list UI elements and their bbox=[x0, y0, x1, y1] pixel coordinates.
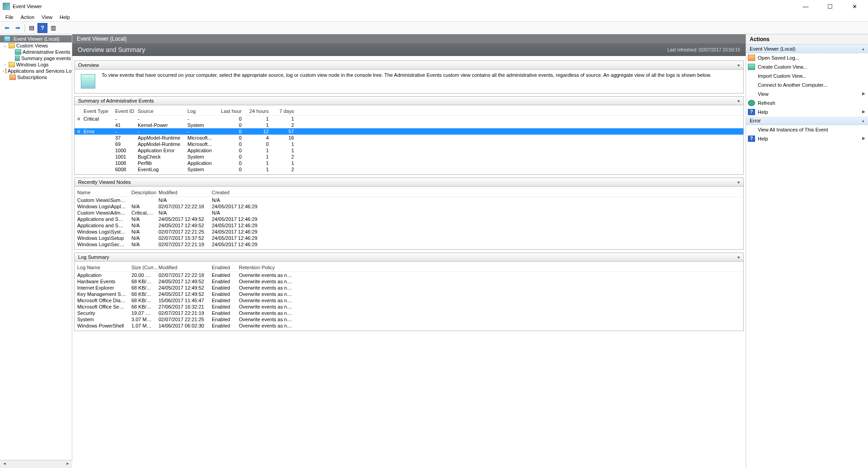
expand-toggle-icon[interactable]: › bbox=[3, 69, 4, 73]
table-row[interactable]: System 3.07 MB/2... 02/07/2017 22:21:25 … bbox=[75, 316, 743, 323]
cell-modified: 24/05/2017 12:49:52 bbox=[156, 216, 209, 222]
col-enabled[interactable]: Enabled bbox=[209, 263, 236, 272]
collapse-icon[interactable]: ▾ bbox=[737, 255, 740, 260]
tree-root[interactable]: Event Viewer (Local) bbox=[0, 35, 72, 42]
col-modified[interactable]: Modified bbox=[156, 188, 209, 197]
tree-windows-logs[interactable]: › Windows Logs bbox=[0, 61, 72, 68]
col-last-hour[interactable]: Last hour bbox=[217, 107, 244, 116]
scroll-left-icon[interactable]: ◄ bbox=[1, 461, 8, 468]
table-row[interactable]: Windows Logs\Setup N/A 02/07/2017 15:37:… bbox=[75, 235, 743, 241]
table-row[interactable]: Microsoft Office Diagnosti... 68 KB/16 .… bbox=[75, 297, 743, 304]
table-row[interactable]: Windows PowerShell 1.07 MB/1... 14/06/20… bbox=[75, 323, 743, 329]
expand-toggle-icon[interactable] bbox=[75, 154, 81, 160]
recent-nodes-section-header[interactable]: Recently Viewed Nodes ▾ bbox=[74, 178, 744, 187]
back-button[interactable]: ⬅ bbox=[2, 23, 12, 33]
table-row[interactable]: Application 20.00 MB/... 02/07/2017 22:2… bbox=[75, 272, 743, 279]
maximize-button[interactable]: ☐ bbox=[822, 2, 838, 11]
export-button[interactable]: ▥ bbox=[48, 23, 58, 33]
minimize-button[interactable]: — bbox=[798, 2, 814, 11]
menu-help[interactable]: Help bbox=[56, 14, 74, 21]
col-log-name[interactable]: Log Name bbox=[75, 263, 129, 272]
scroll-right-icon[interactable]: ► bbox=[64, 461, 71, 468]
expand-toggle-icon[interactable] bbox=[75, 160, 81, 166]
help-button[interactable]: ? bbox=[37, 23, 47, 33]
log-summary-scroll[interactable]: Log Name Size (Curr... Modified Enabled … bbox=[75, 263, 743, 329]
table-row[interactable]: 1008 Perflib Application 0 1 1 bbox=[75, 160, 743, 166]
table-row[interactable]: Custom Views\Summary... N/A N/A bbox=[75, 197, 743, 204]
table-row[interactable]: Microsoft Office Sessions 68 KB/16 ... 2… bbox=[75, 304, 743, 310]
tree-admin-events[interactable]: Administrative Events bbox=[0, 49, 72, 55]
table-row[interactable]: ⊟ Error - - - 0 12 57 bbox=[75, 128, 743, 135]
table-row[interactable]: Windows Logs\System N/A 02/07/2017 22:21… bbox=[75, 229, 743, 235]
menu-view[interactable]: View bbox=[38, 14, 56, 21]
collapse-icon[interactable]: ▴ bbox=[862, 118, 864, 123]
col-event-id[interactable]: Event ID bbox=[112, 107, 135, 116]
expand-toggle-icon[interactable] bbox=[75, 122, 81, 128]
expand-toggle-icon[interactable] bbox=[75, 141, 81, 147]
action-help[interactable]: ?Help▶ bbox=[746, 134, 868, 143]
col-24-hours[interactable]: 24 hours bbox=[244, 107, 271, 116]
expand-toggle-icon[interactable]: ⊟ bbox=[75, 128, 81, 135]
expand-toggle-icon[interactable]: ⌄ bbox=[3, 43, 7, 48]
table-row[interactable]: 1000 Application Error Application 0 1 1 bbox=[75, 147, 743, 154]
tree-subscriptions[interactable]: Subscriptions bbox=[0, 74, 72, 80]
action-import-custom-view[interactable]: Import Custom View... bbox=[746, 71, 868, 80]
table-row[interactable]: Applications and Service... N/A 24/05/20… bbox=[75, 216, 743, 222]
tree-summary-page-events[interactable]: Summary page events bbox=[0, 55, 72, 61]
action-view-all-instances-of-this-event[interactable]: View All Instances of This Event bbox=[746, 125, 868, 134]
table-row[interactable]: Custom Views\Administr... Critical, Er..… bbox=[75, 210, 743, 216]
collapse-icon[interactable]: ▴ bbox=[862, 47, 864, 51]
collapse-icon[interactable]: ▾ bbox=[737, 98, 740, 103]
menu-action[interactable]: Action bbox=[17, 14, 38, 21]
menu-file[interactable]: File bbox=[2, 14, 17, 21]
table-row[interactable]: Windows Logs\Security N/A 02/07/2017 22:… bbox=[75, 241, 743, 248]
table-row[interactable]: Internet Explorer 68 KB/1.0... 24/05/201… bbox=[75, 285, 743, 291]
expand-toggle-icon[interactable] bbox=[75, 147, 81, 154]
expand-toggle-icon[interactable] bbox=[75, 166, 81, 173]
overview-section-header[interactable]: Overview ▾ bbox=[74, 61, 744, 70]
table-row[interactable]: Hardware Events 68 KB/20 ... 24/05/2017 … bbox=[75, 278, 743, 285]
action-connect-to-another-computer[interactable]: Connect to Another Computer... bbox=[746, 80, 868, 89]
col-retention[interactable]: Retention Policy bbox=[236, 263, 295, 272]
col-modified[interactable]: Modified bbox=[156, 263, 209, 272]
action-open-saved-log[interactable]: Open Saved Log... bbox=[746, 53, 868, 62]
collapse-icon[interactable]: ▾ bbox=[737, 180, 740, 185]
col-size[interactable]: Size (Curr... bbox=[129, 263, 156, 272]
col-created[interactable]: Created bbox=[209, 188, 262, 197]
col-source[interactable]: Source bbox=[135, 107, 185, 116]
tree-apps-services-logs[interactable]: › Applications and Services Lo bbox=[0, 68, 72, 74]
tree-custom-views[interactable]: ⌄ Custom Views bbox=[0, 42, 72, 49]
log-summary-section-header[interactable]: Log Summary ▾ bbox=[74, 253, 744, 262]
actions-group-event-viewer[interactable]: Event Viewer (Local) ▴ bbox=[746, 45, 868, 53]
table-row[interactable]: Key Management Service 68 KB/20 ... 24/0… bbox=[75, 291, 743, 297]
action-refresh[interactable]: Refresh bbox=[746, 98, 868, 108]
table-row[interactable]: 6008 EventLog System 0 1 2 bbox=[75, 166, 743, 173]
collapse-icon[interactable]: ▾ bbox=[737, 63, 740, 68]
action-help[interactable]: ?Help▶ bbox=[746, 108, 868, 117]
col-description[interactable]: Description bbox=[129, 188, 156, 197]
col-event-type[interactable]: Event Type bbox=[81, 107, 112, 116]
action-view[interactable]: View▶ bbox=[746, 89, 868, 98]
table-row[interactable]: 41 Kernel-Power System 0 1 2 bbox=[75, 122, 743, 128]
table-row[interactable]: 1001 BugCheck System 0 1 2 bbox=[75, 154, 743, 160]
col-name[interactable]: Name bbox=[75, 188, 129, 197]
actions-group-error[interactable]: Error ▴ bbox=[746, 117, 868, 125]
admin-events-section-header[interactable]: Summary of Administrative Events ▾ bbox=[74, 96, 744, 105]
admin-events-scroll[interactable]: Event Type Event ID Source Log Last hour… bbox=[75, 107, 743, 173]
show-hide-tree-button[interactable]: ▤ bbox=[27, 23, 37, 33]
table-row[interactable]: Applications and Service... N/A 24/05/20… bbox=[75, 222, 743, 229]
expand-toggle-icon[interactable]: ⊞ bbox=[75, 116, 81, 122]
forward-button[interactable]: ➡ bbox=[13, 23, 23, 33]
expand-toggle-icon[interactable] bbox=[75, 135, 81, 141]
table-row[interactable]: 69 AppModel-Runtime Microsoft... 0 0 1 bbox=[75, 141, 743, 147]
table-row[interactable]: ⊞ Critical - - - 0 1 1 bbox=[75, 116, 743, 122]
expand-toggle-icon[interactable]: › bbox=[3, 62, 7, 67]
col-log[interactable]: Log bbox=[185, 107, 217, 116]
table-row[interactable]: 37 AppModel-Runtime Microsoft... 0 4 16 bbox=[75, 135, 743, 141]
action-create-custom-view[interactable]: Create Custom View... bbox=[746, 62, 868, 71]
col-7-days[interactable]: 7 days bbox=[271, 107, 297, 116]
tree-horizontal-scrollbar[interactable]: ◄ ► bbox=[0, 460, 72, 468]
close-button[interactable]: ✕ bbox=[846, 2, 863, 11]
table-row[interactable]: Windows Logs\Applicati... N/A 02/07/2017… bbox=[75, 203, 743, 210]
table-row[interactable]: Security 19.07 MB/... 02/07/2017 22:21:1… bbox=[75, 310, 743, 316]
